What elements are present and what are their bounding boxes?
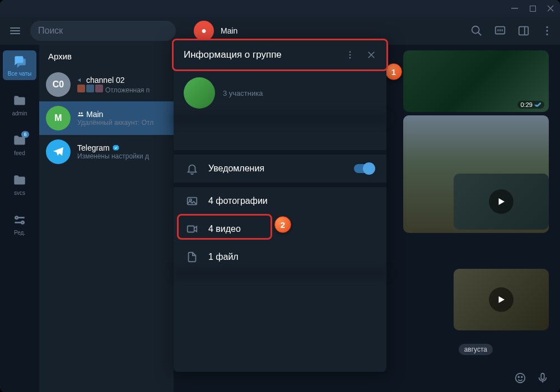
- chat-item-telegram[interactable]: Telegram Изменены настройки д: [39, 135, 174, 169]
- titlebar: [0, 0, 560, 17]
- svg-point-5: [546, 26, 548, 28]
- video-icon: [186, 223, 198, 235]
- svg-point-16: [349, 51, 351, 53]
- menu-button[interactable]: [7, 22, 24, 39]
- notifications-row[interactable]: Уведомления: [174, 155, 386, 183]
- modal-section-media: 4 фотографии 4 видео 1 файл 2: [174, 183, 386, 271]
- modal-title: Информация о группе: [184, 49, 282, 60]
- svg-point-11: [81, 113, 83, 114]
- group-info-modal: Информация о группе 3 участника Уведомле…: [174, 40, 386, 372]
- sidebar-icon[interactable]: [517, 25, 530, 37]
- app-window: Поиск ● Main Все чаты admin 6 feed: [0, 0, 560, 392]
- modal-section-blurred: [174, 116, 386, 150]
- folder-icon: [12, 173, 27, 188]
- modal-header: Информация о группе: [172, 39, 388, 71]
- svg-point-17: [349, 54, 351, 56]
- tab-all-chats[interactable]: Все чаты: [3, 50, 36, 80]
- megaphone-icon: [77, 77, 84, 83]
- tab-admin[interactable]: admin: [3, 90, 36, 120]
- callout-2: 2: [274, 216, 291, 233]
- svg-rect-21: [188, 226, 194, 232]
- folder-icon: 6: [12, 133, 27, 148]
- tab-svcs[interactable]: svcs: [3, 170, 36, 199]
- chat-item-channel02[interactable]: C0 channel 02 Отложенная п: [39, 68, 174, 101]
- close-button[interactable]: [547, 4, 554, 12]
- search-icon[interactable]: [470, 25, 483, 37]
- svg-rect-0: [511, 8, 518, 9]
- tab-label: Ред.: [14, 230, 25, 236]
- chat-list: Архив C0 channel 02 Отложенная п M Main …: [39, 45, 174, 392]
- svg-point-13: [518, 376, 519, 377]
- avatar: M: [46, 106, 71, 130]
- media-label: 1 файл: [208, 252, 239, 262]
- more-icon[interactable]: [541, 25, 553, 37]
- modal-section-blurred-2: [174, 271, 386, 372]
- folder-icon: [12, 94, 27, 108]
- media-files-row[interactable]: 1 файл: [174, 243, 386, 271]
- settings-icon: [12, 213, 27, 227]
- maximize-button[interactable]: [529, 4, 536, 12]
- chat-name: Main: [77, 110, 167, 119]
- chat-preview: Отложенная п: [77, 85, 167, 94]
- svg-rect-15: [541, 374, 544, 380]
- archive-header[interactable]: Архив: [39, 45, 174, 68]
- svg-point-18: [349, 57, 351, 59]
- video-duration: 0:29: [517, 101, 544, 109]
- topbar-actions: [470, 25, 553, 37]
- svg-point-14: [521, 376, 522, 377]
- svg-point-7: [546, 34, 548, 35]
- emoji-icon[interactable]: [514, 372, 526, 384]
- chat-name: Telegram: [77, 143, 167, 152]
- chat-preview: Удалённый аккаунт: Отл: [77, 119, 167, 127]
- chat-header-title: Main: [221, 26, 237, 35]
- chats-icon: [12, 54, 27, 68]
- tab-edit[interactable]: Ред.: [3, 209, 36, 239]
- media-label: 4 видео: [208, 224, 241, 234]
- svg-point-8: [15, 217, 17, 219]
- photo-icon: [186, 195, 198, 207]
- media-message[interactable]: [454, 174, 549, 230]
- group-avatar: [184, 77, 215, 109]
- search-input[interactable]: Поиск: [30, 21, 176, 41]
- bell-icon: [186, 162, 198, 175]
- media-photos-row[interactable]: 4 фотографии: [174, 187, 386, 215]
- tab-label: svcs: [14, 190, 25, 196]
- svg-rect-4: [519, 27, 529, 35]
- svg-point-9: [21, 221, 24, 223]
- group-icon: [77, 111, 84, 118]
- mic-icon[interactable]: [536, 372, 549, 384]
- chat-item-main[interactable]: M Main Удалённый аккаунт: Отл: [39, 101, 174, 135]
- media-message[interactable]: [454, 269, 549, 330]
- more-icon[interactable]: [345, 50, 355, 60]
- members-count: 3 участника: [223, 89, 263, 97]
- avatar: C0: [46, 72, 71, 97]
- svg-point-10: [79, 113, 81, 114]
- verified-icon: [112, 144, 120, 152]
- tab-label: Все чаты: [8, 71, 31, 77]
- close-icon[interactable]: [366, 50, 376, 60]
- tab-label: feed: [14, 150, 25, 156]
- chat-preview: Изменены настройки д: [77, 152, 167, 160]
- badge: 6: [21, 131, 29, 138]
- play-icon: [489, 287, 514, 312]
- sidebar-tabs: Все чаты admin 6 feed svcs Ред.: [0, 45, 39, 392]
- tab-feed[interactable]: 6 feed: [3, 130, 36, 160]
- play-icon: [489, 189, 514, 214]
- svg-point-6: [546, 30, 548, 31]
- avatar: [46, 139, 71, 164]
- media-label: 4 фотографии: [208, 196, 268, 206]
- chat-header[interactable]: ● Main: [183, 21, 464, 41]
- group-summary: 3 участника: [174, 69, 386, 116]
- chat-header-avatar: ●: [194, 21, 214, 41]
- svg-point-12: [516, 374, 525, 383]
- comments-icon[interactable]: [494, 25, 506, 37]
- svg-rect-1: [530, 6, 535, 11]
- search-placeholder: Поиск: [38, 26, 63, 36]
- svg-point-2: [472, 26, 479, 34]
- notifications-label: Уведомления: [208, 164, 264, 174]
- minimize-button[interactable]: [511, 4, 519, 12]
- chat-name: channel 02: [77, 76, 167, 85]
- notifications-toggle[interactable]: [354, 164, 374, 173]
- tab-label: admin: [12, 110, 27, 116]
- media-message[interactable]: 0:29: [403, 50, 549, 112]
